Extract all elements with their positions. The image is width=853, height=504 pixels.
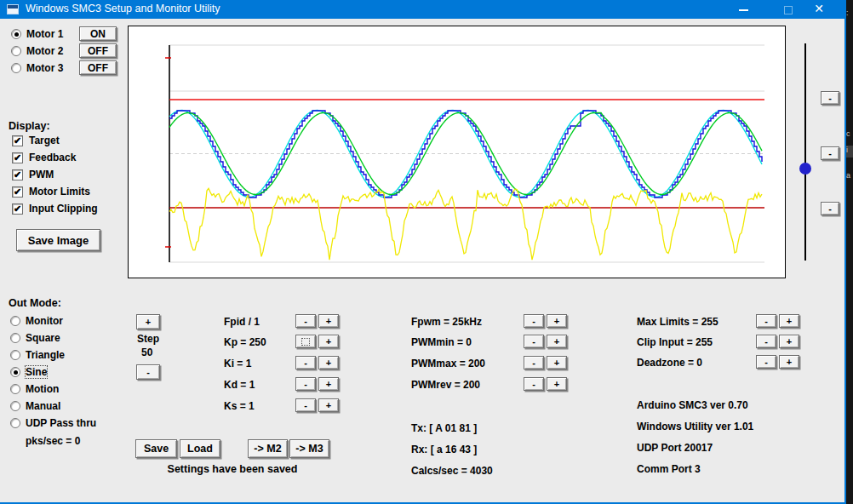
checkbox-feedback[interactable]: ✔ <box>12 152 23 163</box>
checkbox-pwm[interactable]: ✔ <box>12 169 23 180</box>
checkbox-target[interactable]: ✔ <box>12 135 23 146</box>
ki-plus-button[interactable]: + <box>318 356 339 369</box>
maximize-icon <box>784 6 793 14</box>
motor-3-power-button[interactable]: OFF <box>79 60 117 75</box>
fpid-plus-button[interactable]: + <box>318 314 339 328</box>
copy-to-m2-button[interactable]: -> M2 <box>248 439 288 458</box>
pwmrev-plus-button[interactable]: + <box>547 377 567 391</box>
fpid-minus-button[interactable]: - <box>295 314 316 328</box>
close-icon: ✕ <box>804 2 833 15</box>
ki-label: Ki = 1 <box>224 358 251 369</box>
kp-plus-button[interactable]: + <box>318 335 339 348</box>
pwmmax-plus-button[interactable]: + <box>547 356 567 369</box>
ks-label: Ks = 1 <box>224 400 255 412</box>
max-limits-plus-button[interactable]: + <box>779 314 799 328</box>
radio-motor-2[interactable] <box>11 46 21 56</box>
fpid-label: Fpid / 1 <box>224 316 260 328</box>
desktop-text-fragment: : <box>846 9 849 17</box>
desktop-text-fragment: a <box>846 171 850 180</box>
motor-3-label: Motor 3 <box>26 62 63 74</box>
ks-minus-button[interactable]: - <box>295 398 316 412</box>
kp-minus-button[interactable] <box>295 335 316 348</box>
pwmrev-minus-button[interactable]: - <box>524 377 544 391</box>
udp-port-label: UDP Port 20017 <box>637 442 713 454</box>
fpwm-label: Fpwm = 25kHz <box>411 316 482 328</box>
motor-1-label: Motor 1 <box>26 28 63 40</box>
copy-to-m3-button[interactable]: -> M3 <box>289 439 329 458</box>
screen: Windows SMC3 Setup and Monitor Utility ✕… <box>0 0 853 504</box>
close-button[interactable]: ✕ <box>804 0 833 19</box>
radio-square-label: Square <box>26 332 60 344</box>
max-limits-minus-button[interactable]: - <box>756 314 776 328</box>
maximize-button[interactable] <box>774 0 803 19</box>
checkbox-input-clipping[interactable]: ✔ <box>12 203 23 215</box>
checkbox-motor-limits-label: Motor Limits <box>29 186 90 198</box>
radio-triangle-label: Triangle <box>26 349 65 361</box>
minimize-icon <box>739 9 748 11</box>
desktop-text-fragment: i <box>846 146 853 158</box>
checkbox-target-label: Target <box>29 135 60 146</box>
focus-rect <box>301 338 310 346</box>
motor-1-power-button[interactable]: ON <box>79 26 117 41</box>
step-label: Step <box>137 333 159 345</box>
load-settings-button[interactable]: Load <box>180 439 220 458</box>
step-increase-button[interactable]: + <box>136 314 160 329</box>
radio-udp-pass-thru-label: UDP Pass thru <box>26 417 96 429</box>
deadzone-label: Deadzone = 0 <box>637 357 702 369</box>
checkbox-motor-limits[interactable]: ✔ <box>12 186 23 198</box>
clip-input-plus-button[interactable]: + <box>779 335 799 348</box>
checkbox-feedback-label: Feedback <box>29 152 76 163</box>
radio-square[interactable] <box>10 333 20 343</box>
pwmmax-label: PWMmax = 200 <box>411 358 485 369</box>
clip-input-minus-button[interactable]: - <box>756 335 776 348</box>
middle-minus-button[interactable]: - <box>821 146 839 160</box>
radio-monitor-label: Monitor <box>26 315 63 327</box>
upper-minus-button[interactable]: - <box>821 91 839 105</box>
lower-minus-button[interactable]: - <box>821 202 839 215</box>
step-decrease-button[interactable]: - <box>136 364 160 380</box>
minimize-button[interactable] <box>730 0 759 19</box>
radio-motion-label: Motion <box>26 383 59 395</box>
radio-manual[interactable] <box>10 401 20 411</box>
scope-panel <box>128 26 786 278</box>
checkbox-input-clipping-label: Input Clipping <box>29 203 98 215</box>
kd-label: Kd = 1 <box>224 379 255 391</box>
ki-minus-button[interactable]: - <box>295 356 316 369</box>
titlebar: Windows SMC3 Setup and Monitor Utility ✕ <box>0 0 844 19</box>
app-icon <box>7 4 19 14</box>
pwmmin-minus-button[interactable]: - <box>524 335 544 348</box>
pks-per-sec-label: pks/sec = 0 <box>26 435 80 447</box>
desktop-text-fragment: c <box>846 129 850 138</box>
fpwm-plus-button[interactable]: + <box>547 314 567 328</box>
radio-motion[interactable] <box>10 384 20 394</box>
kd-minus-button[interactable]: - <box>295 377 316 391</box>
save-settings-button[interactable]: Save <box>135 439 177 458</box>
scale-slider-handle[interactable] <box>799 163 811 175</box>
motor-2-label: Motor 2 <box>26 45 63 57</box>
radio-sine[interactable] <box>10 367 20 377</box>
radio-motor-1[interactable] <box>11 29 21 39</box>
save-image-button[interactable]: Save Image <box>16 229 100 251</box>
kd-plus-button[interactable]: + <box>318 377 339 391</box>
radio-monitor[interactable] <box>10 316 20 326</box>
radio-triangle[interactable] <box>10 350 20 360</box>
radio-manual-label: Manual <box>26 400 60 412</box>
rx-readout: Rx: [ a 16 43 ] <box>411 444 477 455</box>
scale-slider-track <box>804 43 806 261</box>
deadzone-minus-button[interactable]: - <box>756 355 776 369</box>
checkbox-pwm-label: PWM <box>29 169 54 180</box>
pwmmin-plus-button[interactable]: + <box>547 335 567 348</box>
utility-version-label: Windows Utility ver 1.01 <box>637 421 753 432</box>
radio-sine-label: Sine <box>26 366 47 378</box>
step-value: 50 <box>141 346 152 358</box>
radio-motor-3[interactable] <box>11 63 21 73</box>
fpwm-minus-button[interactable]: - <box>524 314 544 328</box>
deadzone-plus-button[interactable]: + <box>779 355 799 369</box>
radio-udp-pass-thru[interactable] <box>10 418 20 428</box>
pwmmax-minus-button[interactable]: - <box>524 356 544 369</box>
desktop-edge: : c i a <box>846 0 853 504</box>
ks-plus-button[interactable]: + <box>318 398 339 412</box>
window-title: Windows SMC3 Setup and Monitor Utility <box>26 3 220 14</box>
status-message: Settings have been saved <box>135 463 329 475</box>
motor-2-power-button[interactable]: OFF <box>79 43 117 58</box>
